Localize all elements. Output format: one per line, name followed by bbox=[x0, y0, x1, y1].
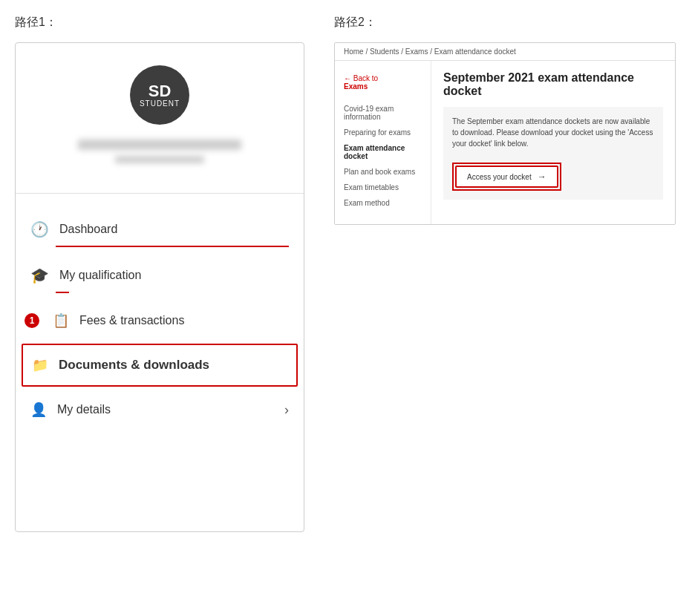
qualification-icon: 🎓 bbox=[30, 266, 49, 284]
web-main: September 2021 exam attendance docket Th… bbox=[431, 61, 675, 224]
access-docket-button[interactable]: Access your docket → bbox=[455, 166, 558, 188]
web-sidebar: ← Back to Exams Covid-19 exam informatio… bbox=[335, 61, 431, 224]
breadcrumb: Home / Students / Exams / Exam attendanc… bbox=[335, 43, 675, 61]
nav-label-qualification: My qualification bbox=[59, 269, 141, 282]
fees-icon: 📋 bbox=[53, 312, 69, 329]
web-screenshot: Home / Students / Exams / Exam attendanc… bbox=[334, 42, 676, 225]
breadcrumb-text: Home / Students / Exams / Exam attendanc… bbox=[344, 47, 516, 56]
sidebar-item-timetables[interactable]: Exam timetables bbox=[335, 180, 431, 195]
avatar: SD STUDENT bbox=[130, 65, 189, 125]
avatar-section: SD STUDENT bbox=[16, 43, 304, 178]
access-docket-arrow: → bbox=[538, 171, 546, 182]
nav-label-fees: Fees & transactions bbox=[79, 314, 184, 327]
sidebar-item-plan[interactable]: Plan and book exams bbox=[335, 164, 431, 180]
blur-line-2 bbox=[115, 156, 204, 163]
path1-title: 路径1： bbox=[15, 15, 304, 30]
avatar-initials: SD bbox=[149, 83, 172, 99]
dashboard-icon: 🕐 bbox=[30, 220, 49, 238]
sidebar-back: ← Back to Exams bbox=[335, 68, 431, 96]
divider bbox=[16, 193, 304, 194]
details-icon: 👤 bbox=[30, 402, 47, 418]
sidebar-item-preparing[interactable]: Preparing for exams bbox=[335, 125, 431, 140]
mobile-card: SD STUDENT 🕐 Dashboard bbox=[15, 42, 304, 532]
qualification-underline bbox=[56, 292, 69, 293]
nav-label-documents: Documents & downloads bbox=[59, 358, 209, 373]
nav-item-fees[interactable]: 1 📋 Fees & transactions bbox=[16, 301, 304, 341]
details-chevron: › bbox=[284, 402, 289, 418]
user-info-blur bbox=[78, 140, 241, 163]
nav-list: 🕐 Dashboard 🎓 My qualification 1 📋 Fees … bbox=[16, 209, 304, 430]
nav-label-details: My details bbox=[57, 403, 111, 416]
path2-title: 路径2： bbox=[334, 15, 676, 30]
fees-badge: 1 bbox=[25, 313, 39, 328]
sidebar-item-method[interactable]: Exam method bbox=[335, 195, 431, 211]
access-docket-label: Access your docket bbox=[467, 173, 532, 181]
access-docket-highlight-box: Access your docket → bbox=[452, 163, 561, 191]
web-body: ← Back to Exams Covid-19 exam informatio… bbox=[335, 61, 675, 224]
path1-section: 路径1： SD STUDENT 🕐 Dashboard bbox=[15, 15, 304, 532]
sidebar-nav: Covid-19 exam information Preparing for … bbox=[335, 101, 431, 211]
avatar-label: STUDENT bbox=[140, 99, 180, 108]
info-text: The September exam attendance dockets ar… bbox=[452, 117, 653, 148]
back-section-label[interactable]: Exams bbox=[344, 82, 368, 91]
sidebar-item-attendance[interactable]: Exam attendance docket bbox=[335, 140, 431, 164]
back-to-label: Back to bbox=[353, 74, 378, 82]
access-docket-button-wrapper: Access your docket → bbox=[452, 157, 654, 191]
nav-item-documents[interactable]: 📁 Documents & downloads bbox=[22, 344, 298, 387]
back-arrow: ← bbox=[344, 74, 351, 82]
blur-line-1 bbox=[78, 140, 241, 150]
path2-section: 路径2： Home / Students / Exams / Exam atte… bbox=[334, 15, 676, 225]
documents-icon: 📁 bbox=[32, 357, 48, 373]
dashboard-underline bbox=[56, 246, 289, 247]
sidebar-item-covid[interactable]: Covid-19 exam information bbox=[335, 101, 431, 125]
nav-item-dashboard[interactable]: 🕐 Dashboard bbox=[16, 209, 304, 255]
nav-item-qualification[interactable]: 🎓 My qualification bbox=[16, 255, 304, 301]
nav-label-dashboard: Dashboard bbox=[59, 223, 117, 236]
web-page-title: September 2021 exam attendance docket bbox=[443, 71, 663, 98]
web-info-box: The September exam attendance dockets ar… bbox=[443, 107, 663, 200]
nav-item-details[interactable]: 👤 My details › bbox=[16, 390, 304, 430]
